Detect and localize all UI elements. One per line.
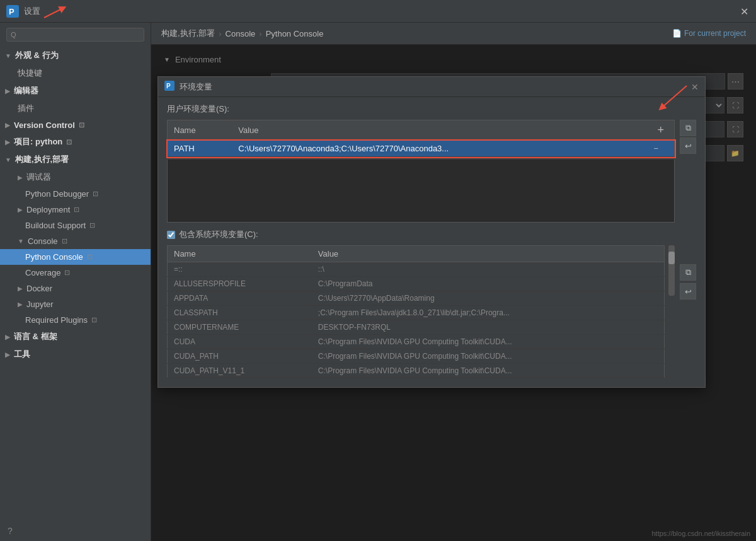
sys-env-value: C:\Program Files\NVIDIA GPU Computing To… — [312, 364, 665, 378]
env-dialog: P 环境变量 ✕ 用户环境变量(S): — [158, 76, 706, 388]
sys-col-name-header: Name — [168, 246, 312, 262]
sidebar-item-tools[interactable]: ▶ 工具 — [0, 346, 151, 363]
sidebar-item-required-plugins[interactable]: Required Plugins ⊡ — [0, 312, 151, 328]
help-button[interactable]: ? — [0, 521, 151, 541]
svg-line-2 — [44, 8, 63, 18]
window-title: 设置 — [24, 6, 40, 17]
search-input[interactable] — [19, 30, 140, 39]
breadcrumb-part-3: Python Console — [266, 29, 324, 38]
sys-env-name: CLASSPATH — [168, 306, 312, 320]
for-current-project[interactable]: 📄 For current project — [672, 29, 746, 38]
col-name-header: Name — [168, 120, 232, 141]
search-icon: Q — [11, 31, 16, 38]
sidebar-item-build-exec-deploy[interactable]: ▼ 构建,执行,部署 — [0, 151, 151, 168]
sys-env-name: CUDA_PATH — [168, 349, 312, 364]
copy-icon: ⊡ — [66, 138, 72, 146]
expand-icon: ▶ — [5, 139, 10, 146]
sidebar-item-editor[interactable]: ▶ 编辑器 — [0, 82, 151, 100]
sys-env-value: ::\ — [312, 262, 665, 277]
sidebar-item-language-frameworks[interactable]: ▶ 语言 & 框架 — [0, 328, 151, 346]
table-row[interactable]: PATH C:\Users\72770\Anaconda3;C:\Users\7… — [168, 141, 675, 157]
sidebar-item-docker[interactable]: ▶ Docker — [0, 281, 151, 296]
lower-section: 包含系统环境变量(C): Name Value — [167, 229, 696, 378]
table-row: CLASSPATH ;C:\Program Files\Java\jdk1.8.… — [168, 306, 665, 320]
table-row: =:: ::\ — [168, 262, 665, 277]
expand-icon: ▼ — [5, 156, 11, 163]
table-row: CUDA_PATH_V11_1 C:\Program Files\NVIDIA … — [168, 364, 665, 378]
sys-env-table: Name Value =:: ::\ — [167, 245, 665, 378]
expand-icon: ▶ — [18, 206, 23, 213]
dialog-overlay: P 环境变量 ✕ 用户环境变量(S): — [151, 45, 756, 541]
close-button[interactable]: ✕ — [740, 5, 748, 17]
sidebar-item-python-debugger[interactable]: Python Debugger ⊡ — [0, 186, 151, 202]
env-value-cell: C:\Users\72770\Anaconda3;C:\Users\72770\… — [232, 141, 647, 157]
settings-content: ▼ Environment Environment variables: ⋯ P… — [151, 45, 756, 541]
add-env-var-btn[interactable]: + — [653, 124, 668, 137]
sidebar-item-project-python[interactable]: ▶ 项目: python ⊡ — [0, 133, 151, 151]
svg-text:P: P — [166, 83, 171, 90]
user-env-table: Name Value + — [167, 120, 675, 157]
sidebar-item-console[interactable]: ▼ Console ⊡ — [0, 233, 151, 249]
breadcrumb-sep-2: › — [259, 29, 261, 38]
undo-sys-btn[interactable]: ↩ — [680, 283, 696, 300]
expand-icon: ▶ — [18, 285, 23, 292]
dialog-close-btn[interactable]: ✕ — [691, 82, 699, 92]
copy-icon: ⊡ — [74, 206, 79, 214]
env-action-cell: − — [647, 141, 674, 157]
table-row: COMPUTERNAME DESKTOP-FN73RQL — [168, 320, 665, 335]
table-row: APPDATA C:\Users\72770\AppData\Roaming — [168, 291, 665, 306]
col-add-header: + — [647, 120, 674, 141]
table-row: CUDA_PATH C:\Program Files\NVIDIA GPU Co… — [168, 349, 665, 364]
copy-btn[interactable]: ⧉ — [680, 120, 696, 136]
expand-icon: ▼ — [5, 52, 11, 59]
table-header-row: Name Value + — [167, 120, 675, 160]
expand-icon: ▶ — [5, 334, 10, 340]
include-sys-env-label: 包含系统环境变量(C): — [179, 229, 258, 240]
sidebar-item-shortcuts[interactable]: 快捷键 — [0, 64, 151, 82]
sidebar: Q ▼ 外观 & 行为 快捷键 ▶ 编辑器 插件 ▶ Version Contr… — [0, 23, 151, 541]
copy-icon: ⊡ — [89, 221, 95, 230]
copy-icon: ⊡ — [62, 237, 67, 245]
copy-icon: ⊡ — [87, 253, 93, 261]
sidebar-item-deployment[interactable]: ▶ Deployment ⊡ — [0, 202, 151, 218]
sidebar-item-python-console[interactable]: Python Console ⊡ — [0, 249, 151, 265]
sys-env-value: C:\ProgramData — [312, 277, 665, 291]
breadcrumb-part-1: 构建,执行,部署 — [161, 28, 215, 39]
dialog-title: 环境变量 — [180, 81, 686, 93]
sys-env-name: APPDATA — [168, 291, 312, 306]
search-box[interactable]: Q — [6, 28, 144, 42]
sidebar-item-buildout-support[interactable]: Buildout Support ⊡ — [0, 218, 151, 233]
user-env-label: 用户环境变量(S): — [167, 103, 696, 115]
side-actions: ⧉ ↩ — [680, 120, 696, 223]
breadcrumb-sep-1: › — [219, 29, 221, 38]
sys-env-name: CUDA_PATH_V11_1 — [168, 364, 312, 378]
expand-icon: ▶ — [5, 88, 10, 95]
sys-env-name: ALLUSERSPROFILE — [168, 277, 312, 291]
col-value-header: Value — [232, 120, 647, 141]
sidebar-item-jupyter[interactable]: ▶ Jupyter — [0, 296, 151, 312]
table-row: ALLUSERSPROFILE C:\ProgramData — [168, 277, 665, 291]
sys-env-value: C:\Program Files\NVIDIA GPU Computing To… — [312, 335, 665, 349]
undo-btn[interactable]: ↩ — [680, 137, 696, 154]
include-sys-env-checkbox[interactable] — [167, 231, 175, 239]
env-name-cell: PATH — [168, 141, 232, 157]
copy-icon: ⊡ — [79, 121, 84, 129]
sys-col-value-header: Value — [312, 246, 665, 262]
sidebar-item-appearance[interactable]: ▼ 外观 & 行为 — [0, 47, 151, 64]
expand-icon: ▶ — [18, 174, 23, 181]
sys-env-value: C:\Users\72770\AppData\Roaming — [312, 291, 665, 306]
breadcrumb-part-2: Console — [226, 29, 256, 38]
copy-sys-btn[interactable]: ⧉ — [680, 264, 696, 281]
copy-icon: ⊡ — [93, 190, 98, 198]
expand-icon: ▶ — [18, 301, 23, 308]
sidebar-item-coverage[interactable]: Coverage ⊡ — [0, 265, 151, 281]
svg-text:P: P — [9, 7, 14, 16]
remove-row-btn[interactable]: − — [653, 144, 658, 153]
sys-env-name: COMPUTERNAME — [168, 320, 312, 335]
sidebar-item-debugger[interactable]: ▶ 调试器 — [0, 168, 151, 186]
sidebar-item-version-control[interactable]: ▶ Version Control ⊡ — [0, 117, 151, 133]
dialog-body: 用户环境变量(S): Name Value — [158, 97, 705, 387]
copy-icon: ⊡ — [91, 316, 97, 324]
sidebar-item-plugins[interactable]: 插件 — [0, 100, 151, 117]
expand-icon: ▶ — [5, 122, 10, 129]
